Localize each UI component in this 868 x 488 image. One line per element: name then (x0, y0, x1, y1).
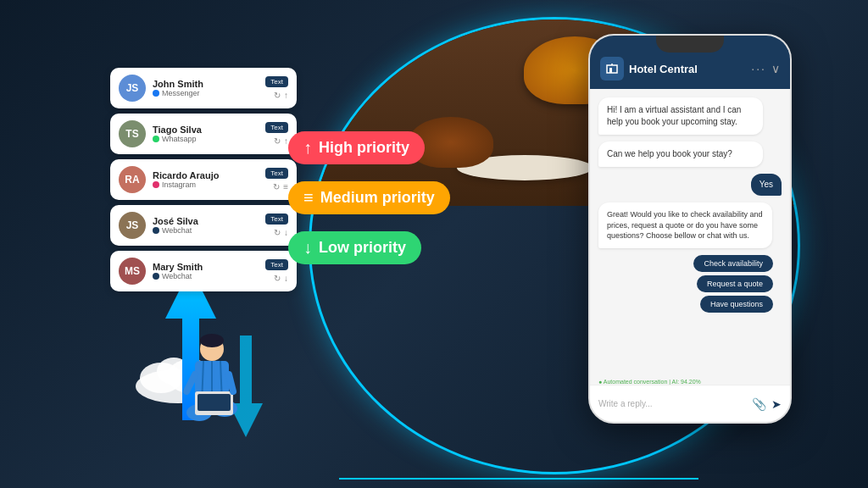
priority-item-high-priority: ↑ High priority (288, 131, 450, 164)
priority-icon: ↓ (303, 238, 312, 258)
conversation-item[interactable]: MS Mary Smith Webchat Text ↻ ↓ (110, 251, 297, 291)
avatar: TS (119, 120, 146, 147)
phone-mockup: Hotel Central ··· ∨ Hi! I am a virtual a… (588, 34, 792, 424)
refresh-icon[interactable]: ↻ (273, 182, 280, 191)
conversation-actions: Text ↻ ↑ (265, 122, 288, 146)
chat-message-bot-3: Great! Would you like to check availabil… (598, 202, 772, 248)
conversation-info: Mary Smith Webchat (153, 262, 259, 280)
action-icons: ↻ ↑ (274, 136, 288, 146)
hotel-name: Hotel Central (629, 63, 698, 75)
conversation-item[interactable]: TS Tiago Silva Whatsapp Text ↻ ↑ (110, 114, 297, 154)
source-label: Webchat (153, 226, 259, 235)
refresh-icon[interactable]: ↻ (274, 228, 281, 237)
avatar: RA (119, 166, 146, 193)
priority-indicator-icon: ↑ (284, 91, 288, 100)
conversation-item[interactable]: JS José Silva Webchat Text ↻ ↓ (110, 205, 297, 246)
priority-badge: ↓ Low priority (288, 231, 421, 264)
menu-dots-icon[interactable]: ··· (751, 62, 766, 75)
send-icon[interactable]: ➤ (771, 397, 782, 411)
conversation-panel: JS John Smith Messenger Text ↻ ↑ TS Tiag… (110, 68, 297, 291)
conversation-info: John Smith Messenger (153, 79, 259, 97)
chat-action-buttons: Check availability Request a quote Have … (598, 255, 782, 313)
svg-rect-5 (609, 68, 612, 73)
conversation-info: Ricardo Araujo Instagram (153, 170, 259, 189)
priority-indicator-icon: ↓ (284, 274, 288, 283)
source-icon (153, 273, 159, 280)
priority-label: Low priority (319, 239, 406, 257)
svg-line-23 (186, 374, 195, 391)
tag-button[interactable]: Text (265, 122, 288, 133)
attachment-icon[interactable]: 📎 (752, 397, 766, 411)
priority-badge: ↑ High priority (288, 131, 425, 164)
tag-button[interactable]: Text (265, 259, 288, 270)
automated-conversation-label: ● Automated conversation | AI: 94.20% (598, 379, 701, 385)
avatar: MS (119, 258, 146, 285)
have-questions-button[interactable]: Have questions (700, 296, 773, 313)
person-illustration (170, 332, 254, 437)
contact-name: Tiago Silva (153, 125, 259, 135)
request-quote-button[interactable]: Request a quote (697, 275, 773, 292)
conversation-info: José Silva Webchat (153, 216, 259, 235)
avatar: JS (119, 212, 146, 239)
refresh-icon[interactable]: ↻ (274, 274, 281, 283)
svg-point-14 (200, 334, 224, 347)
source-icon (153, 136, 159, 142)
chat-message-user-1: Yes (751, 174, 782, 196)
priority-icon: ↑ (303, 138, 312, 158)
priority-label: High priority (319, 139, 409, 157)
priority-item-low-priority: ↓ Low priority (288, 231, 450, 264)
phone-chat-area: Hi! I am a virtual assistant and I can h… (590, 89, 790, 357)
source-label: Whatsapp (153, 135, 259, 143)
refresh-icon[interactable]: ↻ (274, 136, 281, 146)
source-icon (153, 227, 159, 234)
priority-label: Medium priority (320, 189, 435, 207)
conversation-actions: Text ↻ ≡ (265, 168, 288, 191)
contact-name: John Smith (153, 79, 259, 89)
tag-button[interactable]: Text (265, 76, 288, 87)
priority-icon: ≡ (303, 188, 314, 208)
source-icon (153, 181, 159, 188)
source-label: Webchat (153, 272, 259, 280)
check-availability-button[interactable]: Check availability (693, 255, 773, 272)
refresh-icon[interactable]: ↻ (274, 91, 281, 100)
conversation-item[interactable]: RA Ricardo Araujo Instagram Text ↻ ≡ (110, 159, 297, 200)
contact-name: Mary Smith (153, 262, 259, 272)
priority-badge: ≡ Medium priority (288, 181, 450, 214)
action-icons: ↻ ↑ (274, 91, 288, 100)
chevron-down-icon[interactable]: ∨ (771, 62, 780, 75)
source-label: Messenger (153, 89, 259, 97)
action-icons: ↻ ≡ (273, 182, 288, 191)
svg-rect-22 (198, 394, 231, 411)
action-icons: ↻ ↓ (274, 274, 288, 283)
conversation-info: Tiago Silva Whatsapp (153, 125, 259, 143)
contact-name: Ricardo Araujo (153, 170, 259, 180)
conversation-item[interactable]: JS John Smith Messenger Text ↻ ↑ (110, 68, 297, 108)
conversation-actions: Text ↻ ↓ (265, 214, 288, 237)
hotel-icon (600, 57, 624, 80)
chat-message-bot-1: Hi! I am a virtual assistant and I can h… (598, 97, 763, 135)
priority-item-medium-priority: ≡ Medium priority (288, 181, 450, 214)
svg-line-24 (229, 374, 233, 391)
phone-header-right: ··· ∨ (751, 62, 780, 75)
contact-name: José Silva (153, 216, 259, 226)
priority-section: ↑ High priority ≡ Medium priority ↓ Low … (288, 131, 450, 264)
phone-footer: Write a reply... 📎 ➤ (590, 385, 790, 422)
action-icons: ↻ ↓ (274, 228, 288, 237)
tag-button[interactable]: Text (265, 168, 288, 179)
conversation-actions: Text ↻ ↓ (265, 259, 288, 283)
cyan-line-decoration (339, 478, 698, 480)
avatar: JS (119, 75, 146, 102)
conversation-actions: Text ↻ ↑ (265, 76, 288, 100)
chat-message-bot-2: Can we help you book your stay? (598, 141, 763, 167)
reply-input-placeholder[interactable]: Write a reply... (598, 399, 747, 408)
phone-header-left: Hotel Central (600, 57, 698, 80)
source-label: Instagram (153, 180, 259, 189)
tag-button[interactable]: Text (265, 214, 288, 225)
source-icon (153, 90, 159, 97)
phone-notch (656, 36, 724, 53)
